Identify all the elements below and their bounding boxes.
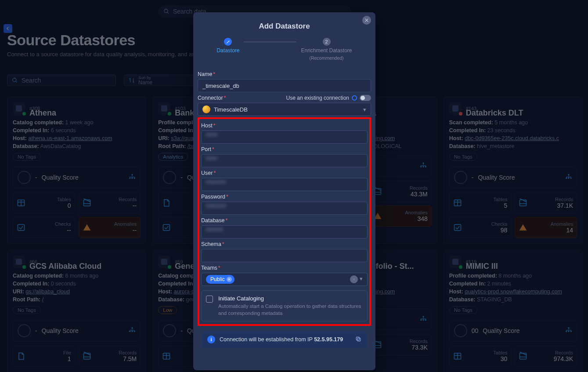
timescale-logo-icon (202, 105, 210, 113)
required-asterisk: * (226, 194, 228, 200)
step-indicator: Datastore 2 Enrichment Datastore (Recomm… (193, 35, 375, 67)
clear-icon[interactable]: × (350, 275, 358, 283)
svg-rect-84 (357, 338, 361, 341)
port-input[interactable]: xxxx (201, 154, 368, 167)
host-input[interactable]: xxxx (201, 130, 368, 144)
password-label: Password (201, 194, 225, 200)
required-asterisk: * (218, 265, 220, 271)
chevron-down-icon: ▾ (363, 106, 366, 113)
step-1-label: Datastore (216, 47, 239, 54)
connector-value: TimescaleDB (214, 106, 248, 113)
highlighted-fields-annotation: Host* xxxx Port* xxxx User* xxxxxxx Pass… (198, 117, 371, 326)
existing-connection-toggle[interactable] (360, 95, 371, 101)
required-asterisk: * (222, 241, 224, 247)
required-asterisk: * (213, 170, 216, 176)
catalog-title: Initiate Cataloging (218, 295, 363, 302)
required-asterisk: * (213, 71, 215, 77)
step-2-sublabel: (Recommended) (309, 55, 343, 61)
step-2-circle[interactable]: 2 (323, 38, 331, 46)
close-button[interactable] (362, 16, 371, 25)
database-input[interactable]: xxxxxx (201, 225, 368, 238)
pencil-icon (226, 40, 230, 44)
catalog-description: Automatically start a Catalog operation … (218, 303, 363, 317)
required-asterisk: * (224, 95, 226, 101)
teams-label: Teams (201, 265, 217, 271)
chevron-down-icon: ▾ (360, 275, 363, 283)
host-label: Host (201, 123, 213, 129)
teams-select[interactable]: Public× × ▾ (201, 273, 368, 286)
port-label: Port (201, 146, 211, 152)
name-label: Name (198, 71, 212, 77)
add-datastore-modal: Add Datastore Datastore 2 Enrichment Dat… (193, 12, 375, 370)
password-input[interactable]: xxxxxxx (201, 202, 368, 215)
name-input[interactable] (198, 79, 371, 92)
info-icon[interactable] (352, 95, 357, 101)
schema-input[interactable] (201, 249, 368, 262)
connection-ip: 52.5.95.179 (314, 336, 343, 343)
info-icon: i (207, 336, 215, 343)
connection-ip-banner: i Connection will be established from IP… (202, 331, 367, 348)
catalog-checkbox[interactable] (206, 296, 213, 303)
copy-icon (355, 336, 361, 342)
required-asterisk: * (212, 146, 214, 152)
existing-connection-label: Use an existing connection (286, 95, 349, 101)
connector-label: Connector (198, 95, 223, 101)
modal-title: Add Datastore (193, 12, 375, 35)
step-2-label: Enrichment Datastore (301, 47, 352, 54)
step-connector-line (244, 42, 296, 42)
copy-button[interactable] (355, 336, 361, 343)
schema-label: Schema (201, 241, 221, 247)
required-asterisk: * (226, 217, 228, 224)
svg-rect-85 (356, 337, 359, 340)
user-input[interactable]: xxxxxxx (201, 178, 368, 191)
required-asterisk: * (213, 123, 216, 129)
close-icon (364, 18, 369, 22)
connector-select[interactable]: TimescaleDB ▾ (198, 103, 371, 116)
database-label: Database (201, 217, 225, 224)
step-1-circle[interactable] (224, 38, 232, 46)
initiate-cataloging-option[interactable]: Initiate Cataloging Automatically start … (201, 290, 368, 321)
team-chip[interactable]: Public× (206, 275, 234, 284)
user-label: User (201, 170, 213, 176)
remove-chip-icon[interactable]: × (227, 277, 232, 282)
connection-message: Connection will be established from IP (220, 336, 314, 343)
